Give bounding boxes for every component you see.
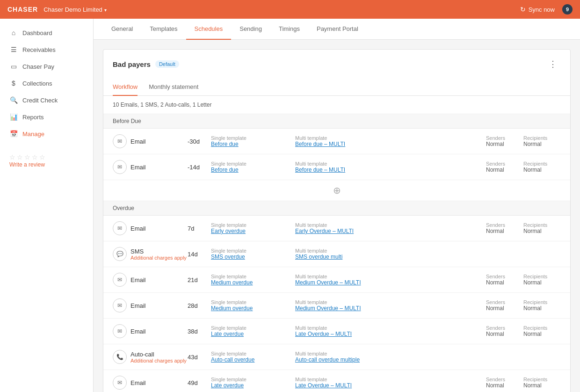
sidebar-item-receivables[interactable]: ☰ Receivables	[0, 41, 93, 58]
card-header: Bad payers Default ⋮	[103, 50, 570, 79]
sidebar-label-chaser-pay: Chaser Pay	[22, 63, 54, 70]
topbar: CHASER Chaser Demo Limited ↻ Sync now 9	[0, 0, 580, 19]
email-icon-1: ✉	[113, 134, 127, 148]
tab-templates[interactable]: Templates	[141, 19, 186, 40]
email-icon-od1: ✉	[113, 221, 127, 235]
multi-link-ac[interactable]: Auto-call overdue multiple	[295, 356, 486, 363]
sidebar-item-manage[interactable]: 📅 Manage	[0, 125, 93, 142]
email-icon-2: ✉	[113, 160, 127, 174]
table-row: ✉ Email 7d Single template Early overdue…	[103, 216, 570, 241]
single-template-link-1[interactable]: Before due	[211, 141, 295, 147]
tab-general[interactable]: General	[103, 19, 141, 40]
inner-tab-monthly-statement[interactable]: Monthly statement	[149, 79, 198, 96]
star-4: ☆	[32, 153, 38, 161]
single-link-ac[interactable]: Auto-call overdue	[211, 356, 295, 363]
sidebar-item-collections[interactable]: $ Collections	[0, 75, 93, 92]
sidebar-item-dashboard[interactable]: ⌂ Dashboard	[0, 24, 93, 41]
star-5: ☆	[39, 153, 45, 161]
tab-timings[interactable]: Timings	[270, 19, 308, 40]
sidebar-label-receivables: Receivables	[22, 46, 56, 53]
single-link-od5[interactable]: Late overdue	[211, 331, 295, 337]
main-content: General Templates Schedules Sending Timi…	[94, 19, 580, 392]
row-single-2: Single template Before due	[211, 161, 295, 173]
table-row: ✉ Email 28d Single template Medium overd…	[103, 293, 570, 319]
sidebar-label-manage: Manage	[22, 131, 44, 138]
add-before-due-button[interactable]: ⊕	[333, 185, 341, 196]
multi-template-link-1[interactable]: Before due – MULTI	[295, 141, 486, 147]
single-link-od4[interactable]: Medium overdue	[211, 305, 295, 312]
topbar-logo: CHASER	[7, 6, 38, 13]
multi-link-od4[interactable]: Medium Overdue – MULTI	[295, 305, 486, 312]
sidebar-review: ☆ ☆ ☆ ☆ ☆ Write a review	[0, 146, 93, 175]
content-area: Bad payers Default ⋮ Workflow Monthly st…	[94, 40, 580, 392]
sidebar-item-chaser-pay[interactable]: ▭ Chaser Pay	[0, 58, 93, 75]
single-template-link-2[interactable]: Before due	[211, 167, 295, 173]
row-days-2: -14d	[188, 164, 211, 171]
row-recipients-2: Recipients Normal	[523, 161, 561, 173]
sync-button[interactable]: ↻ Sync now	[520, 6, 555, 13]
org-chevron-icon	[104, 6, 107, 13]
tabs-bar: General Templates Schedules Sending Timi…	[94, 19, 580, 40]
row-days-1: -30d	[188, 138, 211, 145]
multi-link-od7[interactable]: Late Overdue – MULTI	[295, 382, 486, 389]
tab-sending[interactable]: Sending	[231, 19, 270, 40]
multi-link-sms[interactable]: SMS overdue multi	[295, 254, 486, 260]
star-rating: ☆ ☆ ☆ ☆ ☆	[9, 153, 84, 161]
inner-tabs: Workflow Monthly statement	[103, 79, 570, 96]
sidebar-label-reports: Reports	[22, 114, 44, 121]
table-row: 📞 Auto-call Additional charges apply 43d…	[103, 344, 570, 370]
org-selector[interactable]: Chaser Demo Limited	[44, 6, 107, 13]
sidebar-item-reports[interactable]: 📊 Reports	[0, 109, 93, 125]
sidebar-label-credit-check: Credit Check	[22, 97, 58, 104]
single-link-sms[interactable]: SMS overdue	[211, 254, 295, 260]
autocall-icon: 📞	[113, 350, 127, 364]
write-review-link[interactable]: Write a review	[9, 161, 45, 168]
inner-tab-workflow[interactable]: Workflow	[113, 79, 138, 96]
row-type-overdue-1: ✉ Email	[113, 221, 188, 235]
table-row: ✉ Email 49d Single template Late overdue…	[103, 370, 570, 392]
row-multi-2: Multi template Before due – MULTI	[295, 161, 486, 173]
multi-template-link-2[interactable]: Before due – MULTI	[295, 167, 486, 173]
sms-icon: 💬	[113, 247, 127, 261]
topbar-left: CHASER Chaser Demo Limited	[7, 6, 107, 13]
email-icon-od3: ✉	[113, 273, 127, 287]
single-link-od7[interactable]: Late overdue	[211, 382, 295, 389]
sidebar-item-credit-check[interactable]: 🔍 Credit Check	[0, 92, 93, 109]
star-3: ☆	[24, 153, 30, 161]
tab-schedules[interactable]: Schedules	[186, 19, 232, 40]
star-2: ☆	[17, 153, 23, 161]
row-recipients-1: Recipients Normal	[523, 135, 561, 147]
single-link-od1[interactable]: Early overdue	[211, 228, 295, 234]
schedule-card: Bad payers Default ⋮ Workflow Monthly st…	[103, 49, 571, 392]
topbar-right: ↻ Sync now 9	[520, 4, 573, 15]
row-type-sms: 💬 SMS Additional charges apply	[113, 247, 188, 261]
home-icon: ⌂	[9, 29, 18, 36]
sync-icon: ↻	[520, 6, 526, 13]
reports-icon: 📊	[9, 113, 18, 121]
row-type-email-2: ✉ Email	[113, 160, 188, 174]
section-overdue: Overdue	[103, 201, 570, 216]
notification-badge[interactable]: 9	[562, 4, 573, 15]
multi-link-od3[interactable]: Medium Overdue – MULTI	[295, 279, 486, 286]
table-row: ✉ Email 38d Single template Late overdue…	[103, 319, 570, 344]
default-badge: Default	[155, 60, 179, 68]
credit-check-icon: 🔍	[9, 96, 18, 104]
type-label-1: Email	[130, 138, 146, 145]
receivables-icon: ☰	[9, 46, 18, 53]
multi-link-od5[interactable]: Late Overdue – MULTI	[295, 331, 486, 337]
section-before-due: Before Due	[103, 114, 570, 129]
table-row: 💬 SMS Additional charges apply 14d Singl…	[103, 241, 570, 267]
email-icon-od5: ✉	[113, 324, 127, 338]
chaser-pay-icon: ▭	[9, 63, 18, 70]
row-multi-1: Multi template Before due – MULTI	[295, 135, 486, 147]
tab-payment-portal[interactable]: Payment Portal	[308, 19, 367, 40]
sidebar-label-collections: Collections	[22, 80, 52, 87]
single-link-od3[interactable]: Medium overdue	[211, 279, 295, 286]
collections-icon: $	[9, 80, 18, 87]
row-senders-1: Senders Normal	[486, 135, 523, 147]
more-options-button[interactable]: ⋮	[545, 57, 561, 71]
multi-link-od1[interactable]: Early Overdue – MULTI	[295, 228, 486, 234]
manage-icon: 📅	[9, 130, 18, 138]
email-icon-od4: ✉	[113, 298, 127, 312]
table-row: ✉ Email 21d Single template Medium overd…	[103, 267, 570, 293]
